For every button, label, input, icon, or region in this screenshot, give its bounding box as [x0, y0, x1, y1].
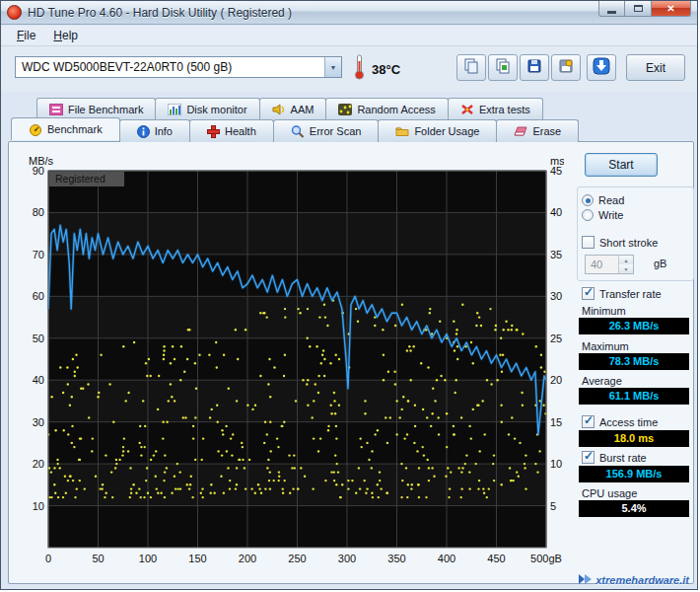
- copy-button[interactable]: [456, 54, 486, 81]
- tab-label: Extra tests: [479, 104, 530, 115]
- write-radio-label: Write: [598, 209, 623, 221]
- svg-text:50: 50: [92, 553, 104, 564]
- minimum-value: 26.3 MB/s: [579, 318, 689, 334]
- tab-extra-tests[interactable]: Extra tests: [448, 98, 543, 120]
- svg-text:200: 200: [239, 553, 256, 564]
- spin-down-icon[interactable]: ▼: [619, 264, 633, 273]
- drive-select[interactable]: WDC WD5000BEVT-22A0RT0 (500 gB) ▼: [15, 56, 342, 78]
- tab-error-scan[interactable]: Error Scan: [273, 119, 380, 142]
- tab-info[interactable]: Info: [119, 119, 190, 142]
- svg-text:0: 0: [45, 553, 51, 564]
- short-stroke-input[interactable]: 40 ▲▼: [585, 255, 634, 274]
- short-stroke-unit: gB: [654, 258, 666, 269]
- tab-label: Info: [155, 125, 173, 137]
- tab-label: AAM: [291, 104, 315, 115]
- access-time-checkbox[interactable]: Access time: [582, 415, 658, 428]
- write-radio-button[interactable]: [582, 209, 594, 221]
- burst-rate-label: Burst rate: [599, 452, 647, 464]
- svg-text:50: 50: [33, 333, 44, 344]
- maximize-icon: [634, 5, 643, 12]
- spin-up-icon[interactable]: ▲: [619, 256, 633, 264]
- svg-text:150: 150: [188, 553, 206, 564]
- short-stroke-checkbox[interactable]: Short stroke: [582, 236, 658, 249]
- copy-screenshot-icon: [495, 58, 511, 78]
- app-window: HD Tune Pro 4.60 - Hard Disk Utility ( R…: [0, 0, 698, 590]
- menubar: File Help: [1, 26, 697, 46]
- svg-text:20: 20: [33, 458, 44, 470]
- tab-strip-lower: Benchmark Info Health Error Scan Folder …: [11, 119, 578, 142]
- svg-text:400: 400: [438, 553, 455, 564]
- svg-text:25: 25: [550, 333, 562, 344]
- info-icon: [137, 125, 150, 138]
- minimum-label: Minimum: [582, 305, 626, 317]
- app-icon: [7, 5, 22, 20]
- svg-text:5: 5: [550, 500, 556, 512]
- read-radio[interactable]: Read: [582, 194, 624, 206]
- access-time-label: Access time: [599, 416, 658, 428]
- tab-random-access[interactable]: Random Access: [325, 98, 448, 120]
- tab-aam[interactable]: AAM: [259, 98, 327, 120]
- start-button[interactable]: Start: [585, 153, 658, 177]
- svg-text:40: 40: [33, 374, 44, 386]
- svg-text:90: 90: [33, 165, 44, 177]
- capture-button[interactable]: [551, 54, 581, 81]
- average-label: Average: [582, 375, 622, 387]
- svg-text:450: 450: [487, 553, 505, 564]
- titlebar: HD Tune Pro 4.60 - Hard Disk Utility ( R…: [1, 1, 697, 25]
- burst-rate-value: 156.9 MB/s: [579, 466, 689, 482]
- toolbar: WDC WD5000BEVT-22A0RT0 (500 gB) ▼ 38°C E…: [1, 46, 697, 92]
- benchmark-icon: [29, 123, 42, 136]
- svg-text:10: 10: [33, 500, 44, 512]
- close-icon: ✕: [666, 3, 674, 14]
- short-stroke-value: 40: [586, 256, 618, 273]
- close-button[interactable]: ✕: [652, 1, 691, 17]
- write-radio[interactable]: Write: [582, 209, 623, 221]
- minimize-button[interactable]: [598, 1, 625, 17]
- svg-text:300: 300: [338, 553, 356, 564]
- svg-text:Registered: Registered: [55, 173, 105, 185]
- tab-folder-usage[interactable]: Folder Usage: [378, 119, 497, 142]
- tab-erase[interactable]: Erase: [496, 119, 579, 142]
- menu-help[interactable]: Help: [45, 27, 86, 44]
- temperature-indicator: 38°C: [354, 54, 400, 84]
- download-button[interactable]: [587, 54, 616, 81]
- svg-text:350: 350: [387, 553, 405, 564]
- health-icon: [207, 125, 220, 138]
- window-title: HD Tune Pro 4.60 - Hard Disk Utility ( R…: [28, 6, 292, 20]
- svg-text:45: 45: [550, 165, 562, 177]
- read-radio-button[interactable]: [582, 194, 594, 206]
- tab-health[interactable]: Health: [189, 119, 274, 142]
- maximize-button[interactable]: [625, 1, 652, 17]
- copy-screenshot-button[interactable]: [488, 54, 518, 81]
- tab-label: Erase: [532, 125, 561, 137]
- svg-text:30: 30: [550, 290, 562, 302]
- menu-file[interactable]: File: [9, 27, 43, 44]
- dropdown-arrow-icon[interactable]: ▼: [324, 57, 341, 77]
- save-button[interactable]: [520, 54, 549, 81]
- svg-text:250: 250: [288, 553, 306, 564]
- site-watermark: xtremehardware.it: [578, 573, 689, 587]
- svg-text:20: 20: [550, 374, 562, 386]
- maximum-value: 78.3 MB/s: [579, 353, 689, 370]
- cpu-usage-label: CPU usage: [582, 487, 637, 499]
- site-watermark-text: xtremehardware.it: [595, 574, 689, 586]
- short-stroke-checkbox-box[interactable]: [582, 236, 595, 249]
- access-time-value: 18.0 ms: [579, 430, 689, 447]
- svg-text:15: 15: [550, 416, 562, 428]
- transfer-rate-checkbox[interactable]: Transfer rate: [582, 287, 662, 300]
- burst-rate-checkbox[interactable]: Burst rate: [582, 451, 647, 464]
- svg-text:35: 35: [550, 249, 562, 260]
- tab-benchmark[interactable]: Benchmark: [11, 117, 120, 140]
- svg-text:100: 100: [139, 553, 157, 564]
- extra-tests-icon: [460, 104, 474, 115]
- short-stroke-label: Short stroke: [599, 237, 658, 249]
- burst-rate-checkbox-box[interactable]: [582, 451, 595, 464]
- exit-button[interactable]: Exit: [626, 54, 685, 81]
- folder-usage-icon: [395, 125, 409, 137]
- transfer-rate-checkbox-box[interactable]: [582, 287, 595, 300]
- svg-text:10: 10: [550, 458, 562, 470]
- access-time-checkbox-box[interactable]: [582, 415, 595, 428]
- tab-disk-monitor[interactable]: Disk monitor: [155, 98, 259, 120]
- average-value: 61.1 MB/s: [579, 388, 689, 405]
- aam-icon: [272, 104, 286, 115]
